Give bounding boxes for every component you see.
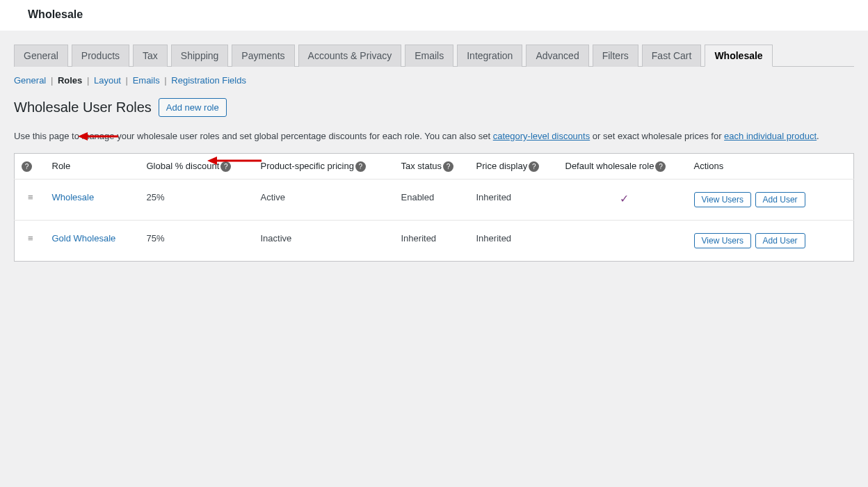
col-tax-status: Tax status? (396, 153, 471, 179)
subnav-layout[interactable]: Layout (94, 75, 121, 86)
desc-text: or set exact wholesale prices for (590, 131, 724, 141)
help-icon[interactable]: ? (655, 161, 666, 172)
add-user-button[interactable]: Add User (755, 233, 805, 248)
cell-psp: Inactive (255, 220, 396, 261)
tab-emails[interactable]: Emails (405, 45, 453, 67)
tab-integration[interactable]: Integration (457, 45, 522, 67)
separator: | (49, 75, 55, 86)
tab-tax[interactable]: Tax (133, 45, 168, 67)
desc-text: . (817, 131, 819, 141)
view-users-button[interactable]: View Users (694, 192, 751, 207)
separator: | (162, 75, 168, 86)
top-title: Wholesale (28, 8, 83, 20)
content-area: General Products Tax Shipping Payments A… (0, 31, 868, 262)
help-icon[interactable]: ? (220, 161, 231, 172)
link-category-discounts[interactable]: category-level discounts (493, 131, 590, 141)
link-individual-product[interactable]: each individual product (724, 131, 817, 141)
col-product-specific-pricing: Product-specific pricing? (255, 153, 396, 179)
subnav-roles[interactable]: Roles (58, 75, 82, 86)
subnav-registration[interactable]: Registration Fields (171, 75, 246, 86)
tab-general[interactable]: General (14, 45, 68, 67)
help-icon[interactable]: ? (443, 161, 453, 172)
top-bar: Wholesale (0, 0, 868, 31)
col-help: ? (15, 153, 47, 179)
table-row: ≡ Gold Wholesale 75% Inactive Inherited … (15, 220, 854, 261)
tab-payments[interactable]: Payments (232, 45, 294, 67)
col-actions: Actions (689, 153, 854, 179)
tab-accounts-privacy[interactable]: Accounts & Privacy (298, 45, 402, 67)
subnav-emails[interactable]: Emails (133, 75, 160, 86)
subnav-general[interactable]: General (14, 75, 46, 86)
help-icon[interactable]: ? (22, 161, 32, 172)
nav-tabs: General Products Tax Shipping Payments A… (14, 45, 854, 67)
add-user-button[interactable]: Add User (755, 192, 805, 207)
tab-shipping[interactable]: Shipping (171, 45, 229, 67)
cell-discount: 25% (141, 179, 255, 220)
tab-filters[interactable]: Filters (593, 45, 638, 67)
check-icon: ✓ (620, 193, 629, 205)
desc-text: Use this page to manage your wholesale u… (14, 131, 493, 141)
cell-tax: Inherited (396, 220, 471, 261)
tab-fast-cart[interactable]: Fast Cart (642, 45, 702, 67)
cell-tax: Enabled (396, 179, 471, 220)
separator: | (124, 75, 130, 86)
page-heading: Wholesale User Roles (14, 99, 152, 115)
col-default-role: Default wholesale role? (560, 153, 689, 179)
tab-advanced[interactable]: Advanced (526, 45, 588, 67)
role-link[interactable]: Gold Wholesale (52, 233, 116, 244)
page-description: Use this page to manage your wholesale u… (14, 129, 854, 143)
cell-psp: Active (255, 179, 396, 220)
heading-row: Wholesale User Roles Add new role (14, 98, 854, 117)
tab-wholesale[interactable]: Wholesale (705, 45, 772, 67)
col-role: Role (47, 153, 141, 179)
label: Default wholesale role (565, 161, 654, 171)
table-row: ≡ Wholesale 25% Active Enabled Inherited… (15, 179, 854, 220)
add-new-role-button[interactable]: Add new role (159, 98, 227, 117)
help-icon[interactable]: ? (355, 161, 366, 172)
label: Product-specific pricing (261, 161, 354, 171)
label: Price display (476, 161, 528, 171)
cell-price: Inherited (471, 220, 560, 261)
cell-discount: 75% (141, 220, 255, 261)
tab-products[interactable]: Products (72, 45, 129, 67)
drag-handle-icon[interactable]: ≡ (28, 233, 33, 244)
roles-table: ? Role Global % discount? Product-specif… (14, 153, 854, 262)
cell-price: Inherited (471, 179, 560, 220)
view-users-button[interactable]: View Users (694, 233, 751, 248)
label: Global % discount (147, 161, 220, 171)
drag-handle-icon[interactable]: ≡ (28, 192, 33, 202)
separator: | (85, 75, 91, 86)
label: Tax status (401, 161, 442, 171)
subnav: General | Roles | Layout | Emails | Regi… (14, 75, 854, 86)
help-icon[interactable]: ? (529, 161, 539, 172)
col-price-display: Price display? (471, 153, 560, 179)
role-link[interactable]: Wholesale (52, 192, 95, 202)
col-global-discount: Global % discount? (141, 153, 255, 179)
